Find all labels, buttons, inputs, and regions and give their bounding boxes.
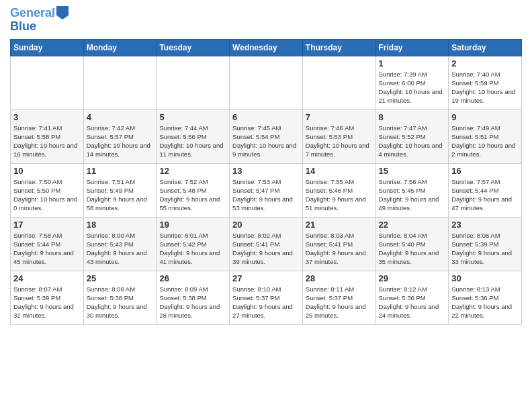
day-of-week-header: Tuesday bbox=[157, 39, 230, 56]
day-number: 27 bbox=[232, 273, 300, 283]
calendar-cell bbox=[302, 56, 375, 109]
day-info: Sunrise: 7:55 AM Sunset: 5:46 PM Dayligh… bbox=[306, 177, 373, 213]
logo: General Blue bbox=[10, 7, 69, 34]
day-info: Sunrise: 7:58 AM Sunset: 5:44 PM Dayligh… bbox=[13, 231, 81, 267]
calendar-cell: 18Sunrise: 8:00 AM Sunset: 5:43 PM Dayli… bbox=[83, 217, 157, 271]
calendar-cell: 5Sunrise: 7:44 AM Sunset: 5:56 PM Daylig… bbox=[157, 109, 230, 163]
day-info: Sunrise: 7:56 AM Sunset: 5:45 PM Dayligh… bbox=[379, 177, 446, 213]
calendar-cell: 4Sunrise: 7:42 AM Sunset: 5:57 PM Daylig… bbox=[83, 109, 157, 163]
day-number: 12 bbox=[159, 166, 226, 176]
calendar-cell: 9Sunrise: 7:49 AM Sunset: 5:51 PM Daylig… bbox=[449, 109, 522, 163]
day-number: 3 bbox=[13, 112, 81, 122]
day-number: 13 bbox=[232, 166, 300, 176]
day-of-week-header: Saturday bbox=[449, 39, 522, 56]
day-number: 9 bbox=[451, 112, 519, 122]
calendar-cell: 25Sunrise: 8:08 AM Sunset: 5:38 PM Dayli… bbox=[83, 271, 157, 324]
day-info: Sunrise: 8:13 AM Sunset: 5:36 PM Dayligh… bbox=[451, 285, 519, 320]
day-info: Sunrise: 8:12 AM Sunset: 5:36 PM Dayligh… bbox=[379, 285, 446, 320]
day-number: 30 bbox=[451, 273, 519, 283]
day-info: Sunrise: 7:50 AM Sunset: 5:50 PM Dayligh… bbox=[13, 177, 81, 213]
day-number: 5 bbox=[159, 112, 226, 122]
calendar-cell: 12Sunrise: 7:52 AM Sunset: 5:48 PM Dayli… bbox=[157, 163, 230, 217]
calendar-cell: 22Sunrise: 8:04 AM Sunset: 5:40 PM Dayli… bbox=[375, 217, 449, 271]
day-of-week-header: Wednesday bbox=[230, 39, 303, 56]
logo-icon bbox=[56, 6, 69, 19]
day-number: 26 bbox=[159, 273, 226, 283]
day-info: Sunrise: 8:04 AM Sunset: 5:40 PM Dayligh… bbox=[379, 231, 446, 267]
day-number: 8 bbox=[379, 112, 446, 122]
day-of-week-header: Friday bbox=[375, 39, 449, 56]
day-info: Sunrise: 8:03 AM Sunset: 5:41 PM Dayligh… bbox=[306, 231, 373, 267]
day-number: 24 bbox=[13, 273, 81, 283]
calendar-cell: 11Sunrise: 7:51 AM Sunset: 5:49 PM Dayli… bbox=[83, 163, 157, 217]
day-info: Sunrise: 7:46 AM Sunset: 5:53 PM Dayligh… bbox=[306, 124, 373, 159]
day-info: Sunrise: 8:07 AM Sunset: 5:39 PM Dayligh… bbox=[13, 285, 81, 320]
day-number: 19 bbox=[159, 220, 226, 230]
day-of-week-header: Monday bbox=[83, 39, 157, 56]
day-info: Sunrise: 8:02 AM Sunset: 5:41 PM Dayligh… bbox=[232, 231, 300, 267]
calendar-body: 1Sunrise: 7:39 AM Sunset: 6:00 PM Daylig… bbox=[11, 56, 522, 324]
calendar-cell: 29Sunrise: 8:12 AM Sunset: 5:36 PM Dayli… bbox=[375, 271, 449, 324]
day-number: 7 bbox=[306, 112, 373, 122]
calendar-cell bbox=[230, 56, 303, 109]
calendar-week-row: 1Sunrise: 7:39 AM Sunset: 6:00 PM Daylig… bbox=[11, 56, 522, 109]
day-info: Sunrise: 7:40 AM Sunset: 5:59 PM Dayligh… bbox=[451, 70, 519, 105]
day-info: Sunrise: 7:44 AM Sunset: 5:56 PM Dayligh… bbox=[159, 124, 226, 159]
day-info: Sunrise: 7:47 AM Sunset: 5:52 PM Dayligh… bbox=[379, 124, 446, 159]
page-container: General Blue SundayMondayTuesdayWednesda… bbox=[0, 0, 532, 332]
calendar-cell: 30Sunrise: 8:13 AM Sunset: 5:36 PM Dayli… bbox=[449, 271, 522, 324]
day-info: Sunrise: 7:42 AM Sunset: 5:57 PM Dayligh… bbox=[87, 124, 154, 159]
day-info: Sunrise: 7:45 AM Sunset: 5:54 PM Dayligh… bbox=[232, 124, 300, 159]
calendar-cell: 3Sunrise: 7:41 AM Sunset: 5:58 PM Daylig… bbox=[11, 109, 84, 163]
calendar-cell: 17Sunrise: 7:58 AM Sunset: 5:44 PM Dayli… bbox=[11, 217, 84, 271]
calendar-cell: 21Sunrise: 8:03 AM Sunset: 5:41 PM Dayli… bbox=[302, 217, 375, 271]
calendar-cell: 20Sunrise: 8:02 AM Sunset: 5:41 PM Dayli… bbox=[230, 217, 303, 271]
day-number: 16 bbox=[451, 166, 519, 176]
calendar-cell: 13Sunrise: 7:53 AM Sunset: 5:47 PM Dayli… bbox=[230, 163, 303, 217]
day-info: Sunrise: 8:01 AM Sunset: 5:42 PM Dayligh… bbox=[159, 231, 226, 267]
day-info: Sunrise: 7:52 AM Sunset: 5:48 PM Dayligh… bbox=[159, 177, 226, 213]
calendar-cell: 26Sunrise: 8:09 AM Sunset: 5:38 PM Dayli… bbox=[157, 271, 230, 324]
day-number: 2 bbox=[451, 58, 519, 68]
day-info: Sunrise: 7:53 AM Sunset: 5:47 PM Dayligh… bbox=[232, 177, 300, 213]
calendar-cell: 19Sunrise: 8:01 AM Sunset: 5:42 PM Dayli… bbox=[157, 217, 230, 271]
calendar-cell bbox=[157, 56, 230, 109]
day-info: Sunrise: 7:41 AM Sunset: 5:58 PM Dayligh… bbox=[13, 124, 81, 159]
day-number: 14 bbox=[306, 166, 373, 176]
calendar-cell: 15Sunrise: 7:56 AM Sunset: 5:45 PM Dayli… bbox=[375, 163, 449, 217]
day-number: 29 bbox=[379, 273, 446, 283]
calendar-cell: 10Sunrise: 7:50 AM Sunset: 5:50 PM Dayli… bbox=[11, 163, 84, 217]
calendar-cell: 28Sunrise: 8:11 AM Sunset: 5:37 PM Dayli… bbox=[302, 271, 375, 324]
day-info: Sunrise: 8:08 AM Sunset: 5:38 PM Dayligh… bbox=[87, 285, 154, 320]
calendar-week-row: 17Sunrise: 7:58 AM Sunset: 5:44 PM Dayli… bbox=[11, 217, 522, 271]
day-number: 1 bbox=[379, 58, 446, 68]
calendar-cell: 8Sunrise: 7:47 AM Sunset: 5:52 PM Daylig… bbox=[375, 109, 449, 163]
day-number: 6 bbox=[232, 112, 300, 122]
day-number: 10 bbox=[13, 166, 81, 176]
day-info: Sunrise: 8:09 AM Sunset: 5:38 PM Dayligh… bbox=[159, 285, 226, 320]
day-number: 4 bbox=[87, 112, 154, 122]
day-number: 21 bbox=[306, 220, 373, 230]
calendar-cell bbox=[83, 56, 157, 109]
header: General Blue bbox=[10, 7, 522, 34]
day-of-week-header: Thursday bbox=[302, 39, 375, 56]
calendar-week-row: 24Sunrise: 8:07 AM Sunset: 5:39 PM Dayli… bbox=[11, 271, 522, 324]
calendar-week-row: 10Sunrise: 7:50 AM Sunset: 5:50 PM Dayli… bbox=[11, 163, 522, 217]
day-of-week-header: Sunday bbox=[11, 39, 84, 56]
calendar-cell bbox=[11, 56, 84, 109]
day-info: Sunrise: 8:10 AM Sunset: 5:37 PM Dayligh… bbox=[232, 285, 300, 320]
day-number: 17 bbox=[13, 220, 81, 230]
calendar-cell: 6Sunrise: 7:45 AM Sunset: 5:54 PM Daylig… bbox=[230, 109, 303, 163]
calendar-cell: 27Sunrise: 8:10 AM Sunset: 5:37 PM Dayli… bbox=[230, 271, 303, 324]
calendar-week-row: 3Sunrise: 7:41 AM Sunset: 5:58 PM Daylig… bbox=[11, 109, 522, 163]
day-info: Sunrise: 7:57 AM Sunset: 5:44 PM Dayligh… bbox=[451, 177, 519, 213]
day-number: 23 bbox=[451, 220, 519, 230]
day-number: 15 bbox=[379, 166, 446, 176]
day-info: Sunrise: 7:49 AM Sunset: 5:51 PM Dayligh… bbox=[451, 124, 519, 159]
calendar-cell: 24Sunrise: 8:07 AM Sunset: 5:39 PM Dayli… bbox=[11, 271, 84, 324]
svg-marker-0 bbox=[56, 6, 69, 19]
calendar-table: SundayMondayTuesdayWednesdayThursdayFrid… bbox=[10, 39, 522, 325]
calendar-cell: 16Sunrise: 7:57 AM Sunset: 5:44 PM Dayli… bbox=[449, 163, 522, 217]
logo-text-blue: Blue bbox=[10, 20, 36, 34]
day-info: Sunrise: 8:00 AM Sunset: 5:43 PM Dayligh… bbox=[87, 231, 154, 267]
